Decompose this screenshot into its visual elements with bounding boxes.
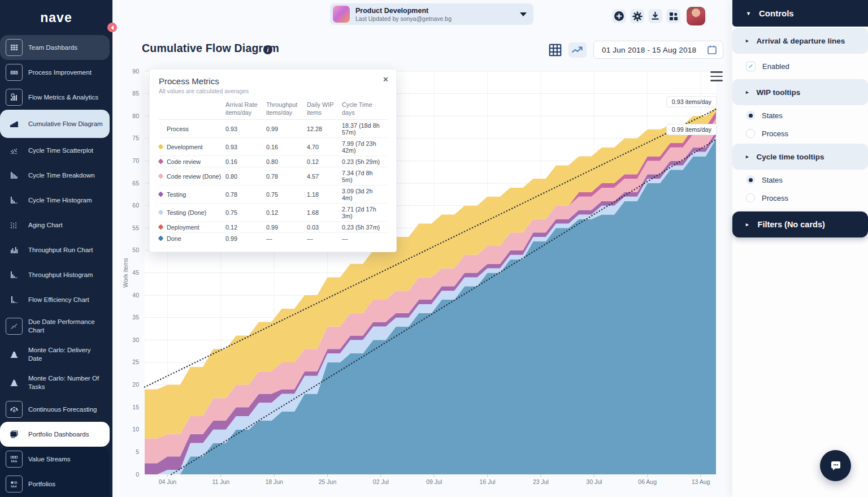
metric-value: 0.16 bbox=[266, 138, 307, 156]
trend-line-icon bbox=[572, 45, 583, 54]
portfolio-subgroup: Value StreamsPortfolios bbox=[0, 447, 110, 496]
gauge-icon bbox=[6, 401, 23, 418]
sidebar-item-label: Continuous Forecasting bbox=[28, 405, 97, 414]
departure-line-label: 0.99 items/day bbox=[667, 124, 717, 135]
sidebar-item-cycle-time-breakdown[interactable]: Cycle Time Breakdown bbox=[0, 163, 110, 188]
metrics-header-row: Arrival Rateitems/dayThroughputitems/day… bbox=[159, 99, 387, 120]
sidebar-item-value-streams[interactable]: Value Streams bbox=[0, 447, 110, 472]
sidebar-item-monte-carlo-delivery-date[interactable]: Monte Carlo: Delivery Date bbox=[0, 340, 110, 369]
caret-down-icon: ▾ bbox=[747, 10, 750, 16]
metric-value: 0.23 (5h 29m) bbox=[342, 156, 387, 167]
controls-header[interactable]: ▾ Controls bbox=[732, 0, 868, 27]
radio-wip-tooltips-process[interactable]: Process bbox=[732, 124, 868, 142]
run-chart-icon bbox=[6, 241, 23, 258]
radio-icon[interactable] bbox=[746, 175, 755, 184]
sidebar-item-cycle-time-scatterplot[interactable]: Cycle Time Scatterplot bbox=[0, 138, 110, 163]
histogram-icon bbox=[6, 192, 23, 209]
settings-button[interactable] bbox=[630, 9, 644, 23]
metric-value: 0.99 bbox=[225, 233, 266, 244]
radio-icon[interactable] bbox=[746, 193, 755, 202]
add-button[interactable] bbox=[612, 9, 626, 23]
radio-icon[interactable] bbox=[746, 129, 755, 138]
x-tick-label: 06 Aug bbox=[638, 478, 657, 485]
sidebar-item-cumulative-flow-diagram[interactable]: Cumulative Flow Diagram bbox=[0, 110, 110, 138]
checkbox-enabled[interactable]: ✓Enabled bbox=[732, 55, 868, 78]
sidebar-item-cycle-time-histogram[interactable]: Cycle Time Histogram bbox=[0, 188, 110, 213]
metric-value: 0.75 bbox=[266, 185, 307, 204]
project-thumbnail bbox=[333, 6, 350, 23]
sidebar-item-portfolios[interactable]: Portfolios bbox=[0, 472, 110, 496]
sidebar-item-process-improvement[interactable]: Process Improvement bbox=[0, 60, 110, 85]
portfolio-cards-icon bbox=[6, 426, 23, 443]
x-tick-label: 04 Jun bbox=[159, 478, 177, 485]
chat-button[interactable] bbox=[820, 450, 851, 481]
user-avatar[interactable] bbox=[687, 7, 705, 25]
sidebar-item-flow-metrics-analytics[interactable]: Flow Metrics & Analytics bbox=[0, 85, 110, 110]
metric-value: 0.12 bbox=[307, 156, 342, 167]
svg-text:0.99 items/day: 0.99 items/day bbox=[672, 126, 712, 133]
project-selector[interactable]: Product Development Last Updated by sony… bbox=[330, 3, 533, 25]
x-tick-label: 02 Jul bbox=[373, 478, 389, 485]
sidebar-item-due-date-performance-chart[interactable]: Due Date Performance Chart bbox=[0, 312, 110, 340]
controls-section-cycle-time-tooltips[interactable]: ▸Cycle time tooltips bbox=[732, 144, 868, 170]
metrics-row-done: Done0.99--------- bbox=[159, 233, 387, 244]
radio-icon[interactable] bbox=[746, 111, 755, 120]
sidebar-item-portfolio-dashboards[interactable]: Portfolio Dashboards bbox=[0, 422, 110, 447]
table-view-button[interactable] bbox=[549, 44, 562, 57]
radio-label: States bbox=[762, 111, 783, 120]
apps-button[interactable] bbox=[666, 9, 680, 23]
bell-curve-icon bbox=[6, 346, 23, 363]
controls-section-arrival-departure-lines[interactable]: ▸Arrival & departure lines bbox=[732, 28, 868, 54]
controls-section-wip-tooltips[interactable]: ▸WIP tooltips bbox=[732, 79, 868, 105]
scatterplot-icon bbox=[6, 142, 23, 159]
main-content: Product Development Last Updated by sony… bbox=[112, 0, 732, 497]
cumulative-flow-icon bbox=[6, 115, 23, 132]
close-icon[interactable]: ✕ bbox=[383, 75, 389, 84]
caret-right-icon: ▸ bbox=[746, 89, 749, 95]
metric-value: 0.75 bbox=[225, 204, 266, 222]
sidebar-collapse-button[interactable] bbox=[107, 23, 117, 32]
metric-value: 0.80 bbox=[225, 167, 266, 185]
chevron-down-icon bbox=[520, 12, 527, 16]
sidebar-nav: Team DashbardsProcess ImprovementFlow Me… bbox=[0, 35, 112, 496]
process-improvement-icon bbox=[6, 64, 23, 81]
section-label: Filters (No cards) bbox=[758, 220, 825, 229]
sidebar-item-continuous-forecasting[interactable]: Continuous Forecasting bbox=[0, 397, 110, 422]
controls-section-filters-no-cards[interactable]: ▸Filters (No cards) bbox=[732, 211, 868, 237]
sidebar-item-label: Portfolios bbox=[28, 480, 55, 489]
top-bar: Product Development Last Updated by sony… bbox=[112, 0, 732, 32]
sidebar-item-flow-efficiency-chart[interactable]: Flow Efficiency Chart bbox=[0, 287, 110, 312]
trend-view-button[interactable] bbox=[568, 42, 587, 58]
sidebar-item-monte-carlo-number-of-tasks[interactable]: Monte Carlo: Number Of Tasks bbox=[0, 369, 110, 397]
sidebar-item-team-dashbards[interactable]: Team Dashbards bbox=[0, 35, 110, 60]
radio-cycle-time-tooltips-states[interactable]: States bbox=[732, 171, 868, 189]
chart-menu-icon[interactable] bbox=[710, 71, 723, 81]
apps-grid-icon bbox=[669, 11, 678, 21]
caret-right-icon: ▸ bbox=[746, 154, 749, 159]
metrics-row-code-review: Code review0.160.800.120.23 (5h 29m) bbox=[159, 156, 387, 167]
metric-value: 1.18 bbox=[307, 185, 342, 204]
calendar-icon bbox=[707, 45, 717, 55]
process-metrics-popup: Process Metrics All values are calculate… bbox=[149, 69, 397, 252]
metric-value: 4.57 bbox=[307, 167, 342, 185]
sidebar-item-label: Cumulative Flow Diagram bbox=[28, 120, 103, 128]
date-range-input[interactable]: 01 Jun 2018 - 15 Aug 2018 bbox=[593, 41, 723, 59]
sidebar-item-throughput-run-chart[interactable]: Throughput Run Chart bbox=[0, 237, 110, 262]
table-grid-icon bbox=[549, 44, 562, 57]
chart-tools: 01 Jun 2018 - 15 Aug 2018 bbox=[549, 41, 723, 59]
gear-icon bbox=[632, 11, 643, 21]
info-icon[interactable]: i bbox=[263, 45, 272, 54]
plus-circle-icon bbox=[614, 11, 624, 21]
metric-value: 0.03 bbox=[307, 222, 342, 233]
download-button[interactable] bbox=[648, 9, 662, 23]
chat-bubble-icon bbox=[828, 459, 843, 473]
y-tick-label: 20 bbox=[132, 381, 139, 388]
sidebar-item-label: Flow Metrics & Analytics bbox=[28, 93, 98, 102]
sidebar-item-aging-chart[interactable]: Aging Chart bbox=[0, 213, 110, 237]
y-tick-label: 45 bbox=[132, 269, 139, 276]
sidebar-item-label: Throughput Run Chart bbox=[28, 246, 93, 254]
checkbox-icon[interactable]: ✓ bbox=[746, 62, 756, 71]
radio-cycle-time-tooltips-process[interactable]: Process bbox=[732, 189, 868, 207]
sidebar-item-throughput-histogram[interactable]: Throughput Histogram bbox=[0, 262, 110, 287]
radio-wip-tooltips-states[interactable]: States bbox=[732, 106, 868, 124]
